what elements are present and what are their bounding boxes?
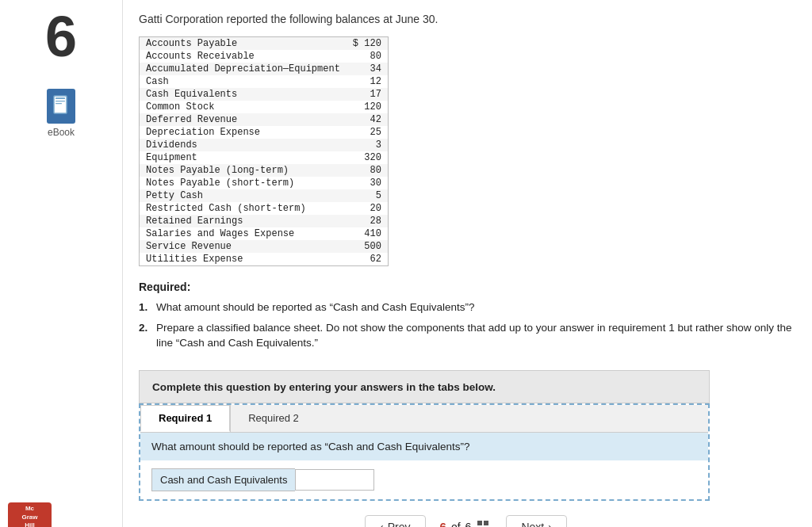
- table-cell-label: Notes Payable (short-term): [140, 177, 347, 189]
- req-number: 2.: [139, 320, 151, 336]
- requirements-list: 1.What amount should be reported as “Cas…: [139, 300, 793, 356]
- tabs-container: Required 1 Required 2 What amount should…: [139, 403, 710, 501]
- table-cell-label: Accounts Payable: [140, 37, 347, 51]
- table-row: Cash12: [140, 75, 389, 88]
- table-row: Retained Earnings28: [140, 215, 389, 227]
- tabs-header: Required 1 Required 2: [140, 405, 708, 432]
- table-cell-value: 12: [347, 75, 389, 88]
- table-row: Accumulated Depreciation—Equipment34: [140, 63, 389, 75]
- answer-label: Cash and Cash Equivalents: [151, 468, 295, 491]
- table-row: Cash Equivalents17: [140, 88, 389, 101]
- table-cell-value: 120: [347, 101, 389, 113]
- total-pages: 6: [465, 521, 472, 527]
- table-cell-label: Depreciation Expense: [140, 126, 347, 139]
- next-button[interactable]: Next ›: [506, 515, 566, 527]
- mcgraw-hill-logo: Mc Graw Hill Education: [8, 502, 52, 527]
- table-cell-value: 25: [347, 126, 389, 139]
- table-cell-value: 62: [347, 253, 389, 266]
- table-cell-value: 28: [347, 215, 389, 227]
- table-cell-value: 42: [347, 113, 389, 126]
- tab-required1[interactable]: Required 1: [140, 405, 230, 432]
- next-label: Next: [521, 521, 544, 527]
- table-row: Depreciation Expense25: [140, 126, 389, 139]
- table-cell-label: Equipment: [140, 151, 347, 164]
- table-cell-label: Accounts Receivable: [140, 50, 347, 63]
- question-number: 6: [45, 8, 77, 65]
- table-cell-value: 30: [347, 177, 389, 189]
- table-row: Deferred Revenue42: [140, 113, 389, 126]
- bottom-navigation: ‹ Prev 6 of 6 Next ›: [139, 501, 793, 527]
- table-cell-label: Dividends: [140, 139, 347, 151]
- table-cell-value: 20: [347, 202, 389, 215]
- complete-box-text: Complete this question by entering your …: [152, 381, 496, 393]
- table-cell-label: Notes Payable (long-term): [140, 164, 347, 177]
- table-row: Service Revenue500: [140, 240, 389, 253]
- ebook-label: eBook: [48, 127, 75, 138]
- ebook-button[interactable]: eBook: [47, 89, 75, 138]
- table-cell-label: Common Stock: [140, 101, 347, 113]
- table-cell-value: 3: [347, 139, 389, 151]
- answer-input[interactable]: [295, 469, 374, 491]
- problem-statement: Gatti Corporation reported the following…: [139, 13, 793, 25]
- svg-rect-2: [56, 101, 65, 101]
- answer-row: Cash and Cash Equivalents: [140, 460, 708, 499]
- main-content: Gatti Corporation reported the following…: [123, 0, 812, 527]
- svg-rect-4: [477, 521, 482, 525]
- table-row: Notes Payable (short-term)30: [140, 177, 389, 189]
- current-page: 6: [440, 520, 446, 527]
- table-cell-label: Utilities Expense: [140, 253, 347, 266]
- table-row: Restricted Cash (short-term)20: [140, 202, 389, 215]
- table-cell-value: $ 120: [347, 37, 389, 51]
- table-cell-label: Retained Earnings: [140, 215, 347, 227]
- tab-question: What amount should be reported as “Cash …: [140, 433, 708, 460]
- table-cell-value: 5: [347, 189, 389, 202]
- table-cell-label: Cash Equivalents: [140, 88, 347, 101]
- table-cell-label: Deferred Revenue: [140, 113, 347, 126]
- table-row: Notes Payable (long-term)80: [140, 164, 389, 177]
- grid-icon[interactable]: [476, 519, 492, 527]
- table-row: Utilities Expense62: [140, 253, 389, 266]
- table-cell-label: Petty Cash: [140, 189, 347, 202]
- next-arrow-icon: ›: [548, 521, 552, 527]
- svg-rect-5: [484, 521, 488, 525]
- table-row: Petty Cash5: [140, 189, 389, 202]
- svg-rect-3: [56, 103, 62, 104]
- table-row: Dividends3: [140, 139, 389, 151]
- table-row: Accounts Payable$ 120: [140, 37, 389, 51]
- table-cell-value: 80: [347, 50, 389, 63]
- complete-box: Complete this question by entering your …: [139, 370, 710, 403]
- required-label: Required:: [139, 281, 793, 293]
- table-row: Equipment320: [140, 151, 389, 164]
- table-cell-value: 410: [347, 227, 389, 240]
- requirement-item: 1.What amount should be reported as “Cas…: [139, 300, 793, 315]
- table-cell-value: 17: [347, 88, 389, 101]
- prev-label: Prev: [388, 521, 411, 527]
- balance-table: Accounts Payable$ 120Accounts Receivable…: [139, 36, 389, 266]
- table-cell-label: Cash: [140, 75, 347, 88]
- ebook-icon: [47, 89, 75, 124]
- table-cell-label: Accumulated Depreciation—Equipment: [140, 63, 347, 75]
- table-cell-value: 34: [347, 63, 389, 75]
- tab-content: What amount should be reported as “Cash …: [140, 432, 708, 499]
- tab-required2[interactable]: Required 2: [231, 405, 316, 432]
- of-text: of: [451, 521, 461, 527]
- page-info: 6 of 6: [440, 519, 492, 527]
- table-cell-label: Service Revenue: [140, 240, 347, 253]
- req-text: What amount should be reported as “Cash …: [156, 300, 474, 315]
- svg-rect-1: [56, 97, 65, 99]
- req-number: 1.: [139, 300, 151, 315]
- prev-button[interactable]: ‹ Prev: [365, 515, 425, 527]
- requirement-item: 2.Prepare a classified balance sheet. Do…: [139, 320, 793, 351]
- table-cell-label: Restricted Cash (short-term): [140, 202, 347, 215]
- table-row: Accounts Receivable80: [140, 50, 389, 63]
- sidebar: 6 eBook Mc Graw Hill Education: [0, 0, 123, 527]
- prev-arrow-icon: ‹: [380, 521, 384, 527]
- table-cell-label: Salaries and Wages Expense: [140, 227, 347, 240]
- table-cell-value: 80: [347, 164, 389, 177]
- table-row: Salaries and Wages Expense410: [140, 227, 389, 240]
- table-cell-value: 320: [347, 151, 389, 164]
- table-cell-value: 500: [347, 240, 389, 253]
- req-text: Prepare a classified balance sheet. Do n…: [156, 320, 793, 351]
- table-row: Common Stock120: [140, 101, 389, 113]
